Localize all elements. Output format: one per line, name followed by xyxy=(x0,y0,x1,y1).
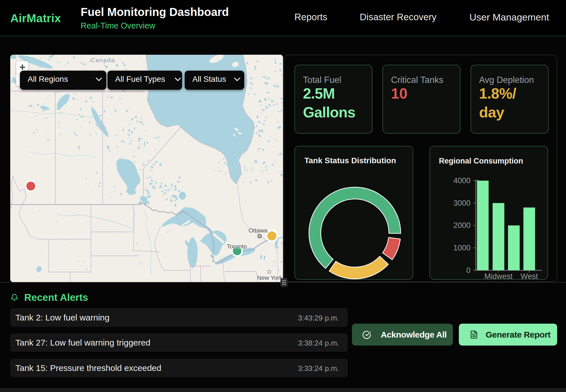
svg-text:0: 0 xyxy=(466,266,471,275)
svg-text:2000: 2000 xyxy=(453,221,471,230)
svg-text:3000: 3000 xyxy=(453,199,471,207)
svg-text:Midwest: Midwest xyxy=(484,272,513,280)
svg-text:4000: 4000 xyxy=(453,176,471,185)
svg-text:1000: 1000 xyxy=(453,244,471,252)
svg-text:West: West xyxy=(520,272,538,280)
